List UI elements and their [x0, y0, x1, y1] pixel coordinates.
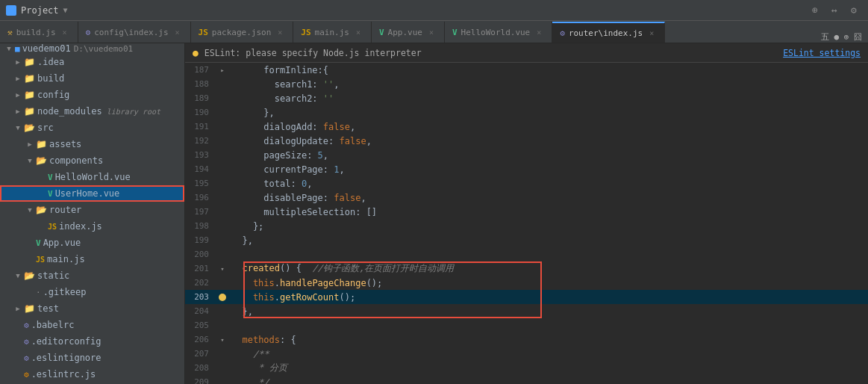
sidebar-item-editorconfig[interactable]: ⚙.editorconfig	[0, 333, 184, 350]
code-text-201: created() { //钩子函数,在页面打开时自动调用	[228, 262, 454, 275]
line-number-188: 188	[185, 79, 216, 89]
notification-text: ESLint: please specify Node.js interpret…	[204, 48, 777, 58]
config-tab-label: config\index.js	[94, 28, 168, 37]
config-tab-close[interactable]: ×	[172, 27, 183, 37]
sidebar-item-components[interactable]: ▼📂components	[0, 152, 184, 169]
sidebar-item-config[interactable]: ▶📁config	[0, 87, 184, 103]
static-label: static	[37, 270, 69, 281]
components-file-icon: 📂	[36, 155, 47, 166]
router-label: router	[49, 205, 81, 215]
tab-build[interactable]: ⚒build.js×	[0, 22, 78, 43]
tab-main[interactable]: JSmain.js×	[293, 22, 372, 43]
line-number-189: 189	[185, 93, 216, 103]
sidebar-item-mainjs[interactable]: JSmain.js	[0, 251, 184, 267]
code-line-208: 208 * 分页	[185, 361, 868, 375]
sidebar-root[interactable]: ▼ ■ vuedemo01 D:\vuedemo01	[0, 43, 184, 54]
build-file-icon: 📁	[24, 73, 35, 84]
root-label: vuedemo01	[22, 43, 71, 54]
tab-app[interactable]: VApp.vue×	[372, 22, 445, 43]
sidebar-item-idea[interactable]: ▶📁.idea	[0, 54, 184, 70]
sidebar-item-appvue[interactable]: VApp.vue	[0, 235, 184, 251]
line-number-198: 198	[185, 221, 216, 231]
eslint-warning-icon: ●	[193, 47, 199, 58]
sidebar-item-node_modules[interactable]: ▶📁node_moduleslibrary root	[0, 103, 184, 120]
code-line-193: 193 pageSize: 5,	[185, 148, 868, 162]
tab-router[interactable]: ⚙router\index.js×	[552, 22, 665, 43]
line-number-195: 195	[185, 179, 216, 188]
line-number-190: 190	[185, 108, 216, 117]
gutter-201: ▾	[216, 265, 228, 273]
sidebar-item-build[interactable]: ▶📁build	[0, 70, 184, 87]
test-label: test	[37, 303, 59, 314]
fold-icon-187[interactable]: ▸	[220, 66, 224, 74]
hello-tab-close[interactable]: ×	[534, 27, 544, 37]
mainjs-label: main.js	[47, 254, 85, 264]
sidebar-item-src[interactable]: ▼📂src	[0, 120, 184, 136]
eslintrc-label: .eslintrc.js	[31, 369, 96, 380]
settings-button[interactable]: ⚙	[846, 2, 862, 19]
code-text-196: disablePage: false,	[228, 193, 366, 203]
line-number-205: 205	[185, 320, 216, 330]
app-file-icon: V	[379, 28, 384, 37]
sidebar-item-helloworld[interactable]: VHelloWorld.vue	[0, 169, 184, 185]
sidebar-item-routerindex[interactable]: JSindex.js	[0, 218, 184, 235]
switch-button[interactable]: ↔	[826, 2, 843, 19]
sidebar-item-userhome[interactable]: VUserHome.vue	[0, 185, 184, 202]
src-arrow-icon: ▼	[12, 124, 24, 131]
breakpoint-203	[219, 294, 226, 301]
svg-rect-0	[7, 7, 15, 14]
eslint-settings-link[interactable]: ESLint settings	[783, 48, 861, 58]
title-bar-left: Project ▼	[6, 5, 68, 16]
chevron-down-icon[interactable]: ▼	[63, 6, 68, 14]
code-text-198: };	[228, 221, 263, 232]
sidebar-item-gitkeep[interactable]: ·.gitkeep	[0, 284, 184, 300]
gutter-203	[216, 294, 228, 301]
code-text-195: total: 0,	[228, 179, 312, 189]
router-tab-close[interactable]: ×	[646, 28, 657, 38]
tab-package[interactable]: JSpackage.json×	[191, 22, 294, 43]
build-tab-close[interactable]: ×	[60, 27, 70, 37]
code-line-189: 189 search2: ''	[185, 91, 868, 105]
app-tab-close[interactable]: ×	[426, 27, 437, 37]
line-number-196: 196	[185, 193, 216, 202]
package-tab-close[interactable]: ×	[275, 27, 285, 37]
sidebar-item-static[interactable]: ▼📂static	[0, 267, 184, 284]
package-tab-label: package.json	[212, 28, 271, 37]
assets-arrow-icon: ▶	[24, 140, 36, 148]
code-line-196: 196 disablePage: false,	[185, 191, 868, 205]
line-number-208: 208	[185, 363, 216, 373]
src-label: src	[37, 123, 54, 133]
code-text-203: this.getRowCount();	[228, 292, 355, 303]
eslintignore-file-icon: ⚙	[24, 353, 29, 363]
code-line-199: 199 },	[185, 233, 868, 247]
editor-content[interactable]: 187▸ formInline:{188 search1: '',189 sea…	[185, 63, 868, 384]
tab-config[interactable]: ⚙config\index.js×	[78, 22, 191, 43]
sidebar-item-assets[interactable]: ▶📁assets	[0, 136, 184, 152]
code-line-198: 198 };	[185, 219, 868, 233]
assets-label: assets	[49, 139, 81, 149]
sidebar-item-babelrc[interactable]: ⚙.babelrc	[0, 317, 184, 333]
sidebar-item-eslintignore[interactable]: ⚙.eslintignore	[0, 350, 184, 366]
sidebar-item-test[interactable]: ▶📁test	[0, 300, 184, 317]
tab-hello[interactable]: VHelloWorld.vue×	[445, 22, 552, 43]
editor-area: ● ESLint: please specify Node.js interpr…	[185, 43, 868, 384]
build-label: build	[37, 73, 64, 84]
sidebar: ▼ ■ vuedemo01 D:\vuedemo01 ▶📁.idea▶📁buil…	[0, 43, 185, 384]
sidebar-item-eslintrc[interactable]: ⚙.eslintrc.js	[0, 366, 184, 383]
code-text-206: methods: {	[228, 335, 296, 345]
main-tab-label: main.js	[315, 28, 349, 37]
system-tray-text: 五 ● ⊕ 囧	[821, 31, 862, 43]
fold-icon-201[interactable]: ▾	[220, 265, 224, 273]
node_modules-badge: library root	[107, 108, 160, 116]
appvue-label: App.vue	[43, 238, 81, 248]
add-button[interactable]: ⊕	[807, 2, 823, 19]
fold-icon-206[interactable]: ▾	[220, 336, 224, 344]
sidebar-item-router[interactable]: ▼📂router	[0, 202, 184, 218]
router-arrow-icon: ▼	[24, 206, 36, 214]
hello-file-icon: V	[452, 28, 458, 37]
userhome-label: UserHome.vue	[55, 188, 120, 199]
router-file-icon: ⚙	[560, 28, 565, 38]
eslintrc-file-icon: ⚙	[24, 370, 29, 380]
main-tab-close[interactable]: ×	[353, 27, 363, 37]
code-text-190: },	[228, 108, 275, 118]
